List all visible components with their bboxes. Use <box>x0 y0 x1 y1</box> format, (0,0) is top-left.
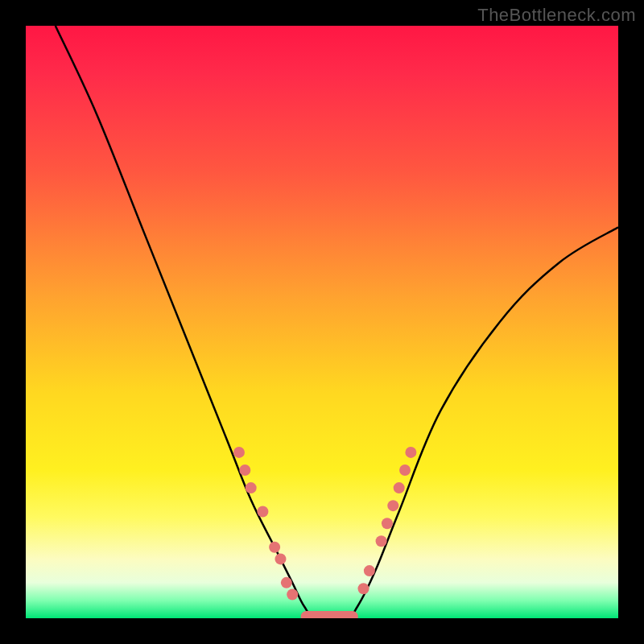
bottleneck-curve <box>56 26 618 618</box>
marker-dot <box>233 447 245 458</box>
marker-dot <box>287 589 298 601</box>
marker-dot <box>358 583 369 594</box>
marker-dot <box>246 482 257 493</box>
marker-dot <box>394 482 405 493</box>
marker-dot <box>364 565 375 576</box>
marker-dot <box>239 464 250 476</box>
marker-dot <box>257 506 268 518</box>
chart-plot-area <box>26 26 618 618</box>
marker-dot <box>275 553 286 564</box>
marker-dot <box>399 464 411 476</box>
marker-dot <box>382 518 393 529</box>
marker-dot <box>405 447 416 458</box>
curve-markers <box>233 447 416 618</box>
marker-dot <box>269 542 280 553</box>
watermark-text: TheBottleneck.com <box>477 5 636 26</box>
chart-curve-layer <box>26 26 618 618</box>
marker-dot <box>376 535 387 547</box>
bottom-marker-bar <box>301 611 358 618</box>
marker-dot <box>281 577 292 588</box>
marker-dot <box>387 500 398 511</box>
